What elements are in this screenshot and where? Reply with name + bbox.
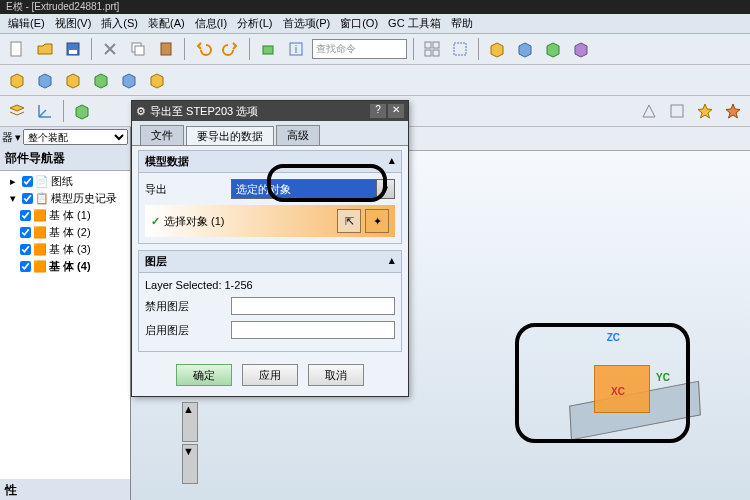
history-icon: 📋 — [35, 192, 49, 206]
tree-body-3[interactable]: 🟧 基 体 (3) — [2, 241, 128, 258]
dialog-tabs: 文件 要导出的数据 高级 — [132, 121, 408, 145]
enable-layer-label: 启用图层 — [145, 323, 225, 338]
tab-advanced[interactable]: 高级 — [276, 125, 320, 145]
scroll-controls: ▲ ▼ — [180, 400, 210, 460]
collapse-icon[interactable]: ▴ — [389, 154, 395, 169]
tree-drawings[interactable]: ▸ 📄 图纸 — [2, 173, 128, 190]
scroll-down-icon[interactable]: ▼ — [182, 444, 198, 484]
group-label: 模型数据 — [145, 154, 189, 169]
cancel-button[interactable]: 取消 — [308, 364, 364, 386]
disable-layer-input[interactable] — [231, 297, 395, 315]
triangle-icon[interactable] — [637, 99, 661, 123]
orient-icon[interactable] — [70, 99, 94, 123]
assembly-filter: 器 ▾ 整个装配 — [0, 127, 130, 147]
square-icon[interactable] — [665, 99, 689, 123]
cube5-icon[interactable] — [117, 68, 141, 92]
menu-analyze[interactable]: 分析(L) — [233, 15, 276, 32]
cube6-icon[interactable] — [145, 68, 169, 92]
svg-rect-10 — [433, 42, 439, 48]
tree-check[interactable] — [22, 176, 33, 187]
menu-window[interactable]: 窗口(O) — [336, 15, 382, 32]
box-blue-icon[interactable] — [513, 37, 537, 61]
ok-button[interactable]: 确定 — [176, 364, 232, 386]
svg-text:i: i — [295, 43, 297, 55]
cube2-icon[interactable] — [33, 68, 57, 92]
dialog-close-icon[interactable]: ✕ — [388, 104, 404, 118]
command-search-input[interactable]: 查找命令 — [312, 39, 407, 59]
chevron-down-icon[interactable]: ▼ — [376, 180, 394, 198]
cube4-icon[interactable] — [89, 68, 113, 92]
tree-check[interactable] — [20, 261, 31, 272]
tab-export-data[interactable]: 要导出的数据 — [186, 126, 274, 146]
select-object-row[interactable]: ✓ 选择对象 (1) ⇱ ✦ — [145, 205, 395, 237]
dialog-help-icon[interactable]: ? — [370, 104, 386, 118]
filter-select[interactable]: 整个装配 — [23, 129, 128, 145]
apply-button[interactable]: 应用 — [242, 364, 298, 386]
title-bar: E模 - [Extruded24881.prt] — [0, 0, 750, 14]
paste-icon[interactable] — [154, 37, 178, 61]
menu-assembly[interactable]: 装配(A) — [144, 15, 189, 32]
save-icon[interactable] — [61, 37, 85, 61]
enable-layer-input[interactable] — [231, 321, 395, 339]
tree-check[interactable] — [20, 227, 31, 238]
body-icon: 🟧 — [33, 243, 47, 257]
export-dropdown[interactable]: 选定的对象 ▼ — [231, 179, 395, 199]
dialog-titlebar[interactable]: ⚙ 导出至 STEP203 选项 ? ✕ — [132, 101, 408, 121]
box-green-icon[interactable] — [541, 37, 565, 61]
disable-layer-label: 禁用图层 — [145, 299, 225, 314]
checkmark-icon: ✓ — [151, 215, 160, 228]
tree-body-1[interactable]: 🟧 基 体 (1) — [2, 207, 128, 224]
menu-help[interactable]: 帮助 — [447, 15, 477, 32]
extrude-icon[interactable] — [256, 37, 280, 61]
tree-check[interactable] — [20, 210, 31, 221]
annotation-ring-model — [515, 323, 690, 443]
menu-info[interactable]: 信息(I) — [191, 15, 231, 32]
box-purple-icon[interactable] — [569, 37, 593, 61]
selection-icon[interactable] — [448, 37, 472, 61]
star2-icon[interactable] — [721, 99, 745, 123]
cube1-icon[interactable] — [5, 68, 29, 92]
svg-rect-11 — [425, 50, 431, 56]
menu-insert[interactable]: 插入(S) — [97, 15, 142, 32]
export-label: 导出 — [145, 182, 225, 197]
copy-icon[interactable] — [126, 37, 150, 61]
tab-file[interactable]: 文件 — [140, 125, 184, 145]
menu-prefs[interactable]: 首选项(P) — [279, 15, 335, 32]
tree-body-4[interactable]: 🟧 基 体 (4) — [2, 258, 128, 275]
info-icon[interactable]: i — [284, 37, 308, 61]
tree-check[interactable] — [20, 244, 31, 255]
scroll-up-icon[interactable]: ▲ — [182, 402, 198, 442]
plus-icon[interactable]: ▸ — [6, 175, 20, 189]
select-helper-2[interactable]: ✦ — [365, 209, 389, 233]
part-navigator-title: 部件导航器 — [0, 147, 130, 171]
redo-icon[interactable] — [219, 37, 243, 61]
tree-label: 图纸 — [51, 174, 73, 189]
filter-label: 器 — [2, 130, 13, 145]
properties-section: 性 — [0, 479, 130, 500]
navigator-tree: ▸ 📄 图纸 ▾ 📋 模型历史记录 🟧 基 体 (1) 🟧 基 体 (2) — [0, 171, 130, 479]
gear-icon: ⚙ — [136, 105, 146, 118]
cube3-icon[interactable] — [61, 68, 85, 92]
select-helper-1[interactable]: ⇱ — [337, 209, 361, 233]
tree-label: 基 体 (3) — [49, 242, 91, 257]
star-icon[interactable] — [693, 99, 717, 123]
tree-body-2[interactable]: 🟧 基 体 (2) — [2, 224, 128, 241]
collapse-icon[interactable]: ▴ — [389, 254, 395, 269]
menu-edit[interactable]: 编辑(E) — [4, 15, 49, 32]
axis-icon[interactable] — [33, 99, 57, 123]
filter-dropdown-icon[interactable]: ▾ — [15, 131, 21, 144]
box-gold-icon[interactable] — [485, 37, 509, 61]
tree-history[interactable]: ▾ 📋 模型历史记录 — [2, 190, 128, 207]
cut-icon[interactable] — [98, 37, 122, 61]
minus-icon[interactable]: ▾ — [6, 192, 20, 206]
layers-icon[interactable] — [5, 99, 29, 123]
export-step-dialog: ⚙ 导出至 STEP203 选项 ? ✕ 文件 要导出的数据 高级 模型数据 ▴… — [131, 100, 409, 397]
window-tile-icon[interactable] — [420, 37, 444, 61]
new-file-icon[interactable] — [5, 37, 29, 61]
tree-check[interactable] — [22, 193, 33, 204]
undo-icon[interactable] — [191, 37, 215, 61]
group-label: 图层 — [145, 254, 167, 269]
menu-gc-toolbox[interactable]: GC 工具箱 — [384, 15, 445, 32]
menu-view[interactable]: 视图(V) — [51, 15, 96, 32]
open-icon[interactable] — [33, 37, 57, 61]
